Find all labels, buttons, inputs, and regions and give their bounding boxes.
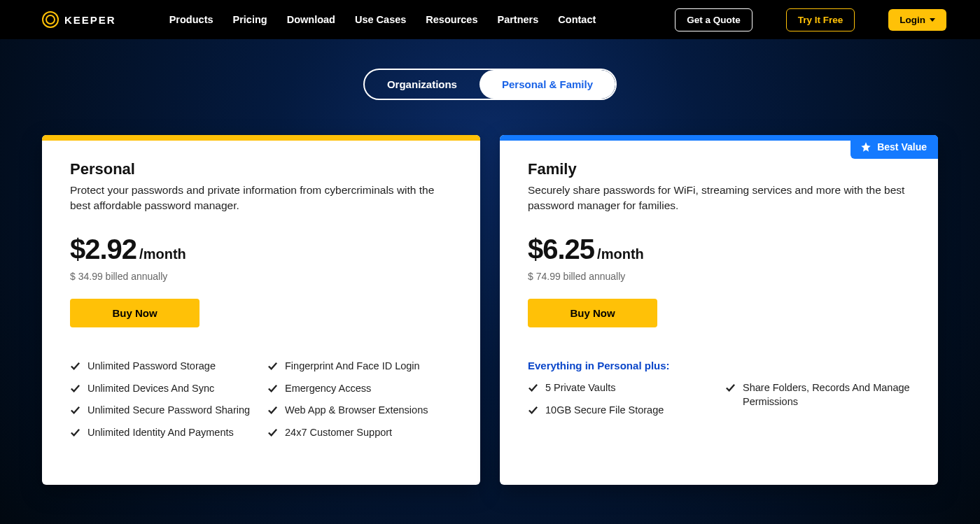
feature-text: Unlimited Devices And Sync <box>88 382 214 396</box>
feature-list: Unlimited Password Storage Unlimited Dev… <box>70 360 452 439</box>
plan-description: Protect your passwords and private infor… <box>70 183 452 214</box>
card-accent <box>42 135 480 141</box>
check-icon <box>528 383 538 393</box>
nav-products[interactable]: Products <box>169 14 214 25</box>
best-value-badge: Best Value <box>850 135 938 159</box>
feature-item: Web App & Browser Extensions <box>267 404 452 418</box>
nav-use-cases[interactable]: Use Cases <box>355 14 406 25</box>
feature-text: 24x7 Customer Support <box>285 426 392 440</box>
feature-text: Fingerprint And Face ID Login <box>285 360 420 374</box>
feature-text: Web App & Browser Extensions <box>285 404 428 418</box>
feature-text: Unlimited Password Storage <box>88 360 216 374</box>
features-header: Everything in Personal plus: <box>528 360 910 371</box>
feature-text: Emergency Access <box>285 382 371 396</box>
plan-card-family: Best Value Family Securely share passwor… <box>500 135 938 485</box>
price-row: $2.92 /month <box>70 234 452 265</box>
pricing-cards: Personal Protect your passwords and priv… <box>42 135 938 485</box>
feature-text: Share Folders, Records And Manage Permis… <box>743 381 910 409</box>
price-amount: $6.25 <box>528 234 594 265</box>
price-period: /month <box>139 246 186 262</box>
check-icon <box>70 361 80 371</box>
check-icon <box>267 383 278 394</box>
brand-logo[interactable]: KEEPER <box>42 11 116 28</box>
feature-item: 24x7 Customer Support <box>267 426 452 440</box>
plan-description: Securely share passwords for WiFi, strea… <box>528 183 910 214</box>
buy-now-button[interactable]: Buy Now <box>528 299 657 327</box>
billed-annually: $ 74.99 billed annually <box>528 271 910 282</box>
feature-item: Fingerprint And Face ID Login <box>267 360 452 374</box>
plan-card-personal: Personal Protect your passwords and priv… <box>42 135 480 485</box>
check-icon <box>70 427 80 438</box>
price-period: /month <box>597 246 644 262</box>
feature-item: Unlimited Devices And Sync <box>70 382 255 396</box>
audience-toggle: Organizations Personal & Family <box>363 69 617 100</box>
check-icon <box>267 405 278 416</box>
login-label: Login <box>899 15 925 25</box>
try-free-button[interactable]: Try It Free <box>786 8 855 31</box>
nav-partners[interactable]: Partners <box>497 14 538 25</box>
nav-contact[interactable]: Contact <box>558 14 596 25</box>
login-button[interactable]: Login <box>888 9 946 31</box>
check-icon <box>267 427 278 438</box>
feature-item: Unlimited Password Storage <box>70 360 255 374</box>
badge-label: Best Value <box>877 141 927 153</box>
feature-item: Share Folders, Records And Manage Permis… <box>725 381 910 409</box>
nav-download[interactable]: Download <box>287 14 335 25</box>
feature-text: Unlimited Identity And Payments <box>88 426 234 440</box>
plan-name: Family <box>528 160 910 178</box>
feature-item: 5 Private Vaults <box>528 381 713 395</box>
check-icon <box>725 383 736 393</box>
feature-list: 5 Private Vaults 10GB Secure File Storag… <box>528 381 910 417</box>
feature-text: Unlimited Secure Password Sharing <box>88 404 250 418</box>
price-amount: $2.92 <box>70 234 136 265</box>
check-icon <box>70 405 80 416</box>
logo-icon <box>42 11 59 28</box>
toggle-organizations[interactable]: Organizations <box>365 70 479 99</box>
feature-text: 5 Private Vaults <box>545 381 615 395</box>
check-icon <box>528 405 538 416</box>
feature-item: Unlimited Secure Password Sharing <box>70 404 255 418</box>
billed-annually: $ 34.99 billed annually <box>70 271 452 282</box>
price-row: $6.25 /month <box>528 234 910 265</box>
check-icon <box>70 383 80 394</box>
nav-resources[interactable]: Resources <box>426 14 477 25</box>
feature-item: Emergency Access <box>267 382 452 396</box>
star-icon <box>860 141 872 153</box>
check-icon <box>267 361 278 371</box>
feature-text: 10GB Secure File Storage <box>545 404 664 418</box>
nav-pricing[interactable]: Pricing <box>233 14 267 25</box>
main-nav: Products Pricing Download Use Cases Reso… <box>169 14 596 25</box>
site-header: KEEPER Products Pricing Download Use Cas… <box>0 0 980 39</box>
brand-name: KEEPER <box>64 14 116 26</box>
buy-now-button[interactable]: Buy Now <box>70 299 200 327</box>
feature-item: Unlimited Identity And Payments <box>70 426 255 440</box>
feature-item: 10GB Secure File Storage <box>528 404 713 418</box>
toggle-personal-family[interactable]: Personal & Family <box>479 70 615 99</box>
plan-name: Personal <box>70 160 452 178</box>
get-quote-button[interactable]: Get a Quote <box>675 8 752 31</box>
chevron-down-icon <box>930 18 935 22</box>
